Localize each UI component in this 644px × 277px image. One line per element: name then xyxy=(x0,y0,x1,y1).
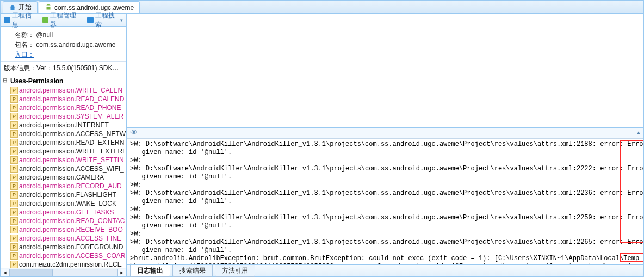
permission-item[interactable]: android.permission.READ_EXTERN xyxy=(3,138,126,147)
info-package-row: 包名： com.ss.android.ugc.aweme xyxy=(15,40,122,50)
permission-item[interactable]: android.permission.FOREGROUND xyxy=(3,243,126,251)
left-panel: 工程信息 工程管理器 工程搜索 ▾ 名称： @null xyxy=(1,14,127,276)
bottom-tab-method[interactable]: 方法引用 xyxy=(215,265,255,277)
name-value: @null xyxy=(36,31,53,39)
permission-item[interactable]: android.permission.CAMERA xyxy=(3,173,126,182)
home-icon xyxy=(9,4,16,11)
permission-item[interactable]: android.permission.WAKE_LOCK xyxy=(3,199,126,208)
permission-item[interactable]: android.permission.WRITE_EXTERI xyxy=(3,147,126,156)
package-label: 包名： xyxy=(15,41,34,48)
bottom-tab-method-label: 方法引用 xyxy=(222,267,248,274)
version-line: 版本信息：Ver：15.5.0(150501) SDK：16 Target... xyxy=(1,62,126,75)
permission-item[interactable]: android.permission.ACCESS_COAR xyxy=(3,251,126,260)
permission-item[interactable]: android.permission.INTERNET xyxy=(3,121,126,130)
package-value: com.ss.android.ugc.aweme xyxy=(36,41,115,48)
version-text: 版本信息：Ver：15.5.0(150501) SDK：16 Target... xyxy=(4,64,126,72)
permission-item[interactable]: android.permission.WRITE_SETTIN xyxy=(3,156,126,164)
tab-project-label: com.ss.android.ugc.aweme xyxy=(54,4,134,11)
scroll-track[interactable] xyxy=(9,269,117,276)
chevron-down-icon[interactable]: ▾ xyxy=(120,17,123,23)
horizontal-scrollbar[interactable]: ◄ ► xyxy=(1,268,126,276)
permission-item[interactable]: android.permission.READ_CALEND xyxy=(3,95,126,103)
log-panel: 👁 ▲ >W: D:\software\AndroidKiller\Androi… xyxy=(127,128,643,264)
permission-item[interactable]: android.permission.RECORD_AUD xyxy=(3,182,126,190)
search-icon xyxy=(87,17,94,23)
name-label: 名称： xyxy=(15,31,34,39)
log-header: 👁 ▲ xyxy=(127,128,643,139)
permission-item[interactable]: android.permission.ACCESS_NETW xyxy=(3,130,126,138)
left-toolbar: 工程信息 工程管理器 工程搜索 ▾ xyxy=(1,14,126,27)
manager-icon xyxy=(42,17,49,23)
info-entry-row: 入口： xyxy=(15,50,122,59)
scroll-left-button[interactable]: ◄ xyxy=(1,269,9,276)
bottom-tab-log-label: 日志输出 xyxy=(137,267,163,274)
permission-item[interactable]: android.permission.READ_CONTAC xyxy=(3,217,126,225)
right-panel: 👁 ▲ >W: D:\software\AndroidKiller\Androi… xyxy=(127,14,643,276)
permission-item[interactable]: android.permission.WRITE_CALEN xyxy=(3,86,126,95)
entry-link[interactable]: 入口： xyxy=(15,51,34,58)
info-name-row: 名称： @null xyxy=(15,30,122,40)
eye-icon[interactable]: 👁 xyxy=(130,129,138,137)
permission-item[interactable]: android.permission.READ_PHONE xyxy=(3,103,126,112)
log-output[interactable]: >W: D:\software\AndroidKiller\AndroidKil… xyxy=(127,139,643,264)
permission-item[interactable]: android.permission.GET_TASKS xyxy=(3,208,126,217)
android-icon xyxy=(45,4,52,11)
permission-item[interactable]: com.meizu.c2dm.permission.RECE xyxy=(3,260,126,268)
info-icon xyxy=(4,17,10,23)
permission-item[interactable]: android.permission.ACCESS_FINE_ xyxy=(3,234,126,243)
bottom-tab-log[interactable]: 日志输出 xyxy=(130,265,170,277)
permission-item[interactable]: android.permission.SYSTEM_ALER xyxy=(3,112,126,121)
scroll-right-button[interactable]: ► xyxy=(117,269,126,276)
project-info-block: 名称： @null 包名： com.ss.android.ugc.aweme 入… xyxy=(1,27,126,62)
permissions-tree[interactable]: Uses-Permission android.permission.WRITE… xyxy=(1,75,126,268)
scroll-thumb[interactable] xyxy=(9,269,53,276)
bottom-tab-search-label: 搜索结果 xyxy=(179,267,206,274)
scroll-up-icon[interactable]: ▲ xyxy=(637,129,640,137)
tree-title-label: Uses-Permission xyxy=(10,77,63,85)
bottom-tabbar: 日志输出 搜索结果 方法引用 xyxy=(127,264,643,276)
tree-node-uses-permission[interactable]: Uses-Permission xyxy=(3,76,126,86)
bottom-tab-search[interactable]: 搜索结果 xyxy=(172,265,213,277)
permission-item[interactable]: android.permission.ACCESS_WIFI_ xyxy=(3,164,126,173)
permission-item[interactable]: android.permission.FLASHLIGHT xyxy=(3,190,126,199)
right-top-empty xyxy=(127,14,643,128)
permission-item[interactable]: android.permission.RECEIVE_BOO xyxy=(3,225,126,234)
